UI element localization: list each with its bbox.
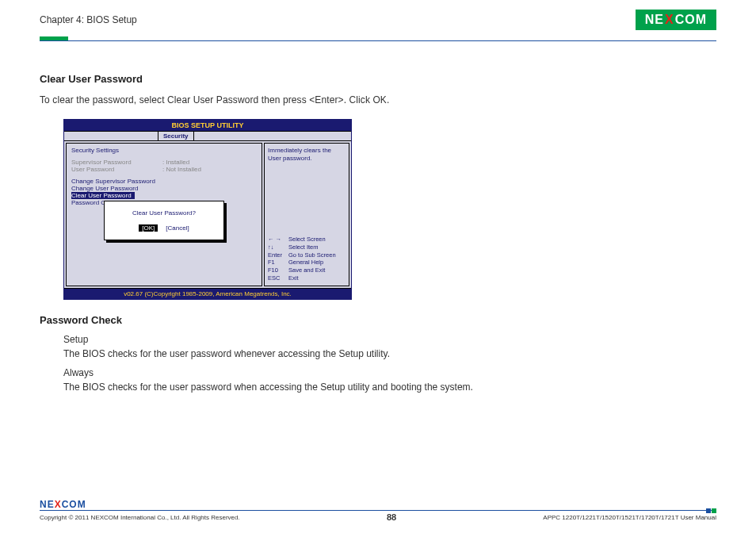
brand-pre-bottom: NE: [40, 499, 55, 510]
header-rule: [40, 36, 716, 41]
password-check-always-label: Always: [63, 367, 531, 378]
bios-section-label: Security Settings: [71, 147, 257, 154]
page-number: 88: [387, 512, 396, 522]
brand-x-icon-bottom: X: [55, 499, 62, 510]
nav-desc-exit: Exit: [288, 274, 299, 282]
bios-screenshot: BIOS SETUP UTILITY Security Security Set…: [63, 119, 352, 300]
footer-manual-ref: APPC 1220T/1221T/1520T/1521T/1720T/1721T…: [543, 514, 716, 521]
nav-desc-sub-screen: Go to Sub Screen: [288, 251, 336, 259]
bios-dialog-cancel-button[interactable]: [Cancel]: [166, 224, 189, 232]
nav-desc-select-item: Select Item: [288, 243, 319, 251]
nav-key-esc: ESC: [268, 274, 288, 282]
bios-left-pane: Security Settings Supervisor Password : …: [66, 143, 262, 286]
bios-tab-bar: Security: [64, 131, 351, 141]
bios-help-text: Immediately clears the User password.: [268, 147, 346, 163]
nav-desc-general-help: General Help: [288, 259, 323, 266]
bios-title: BIOS SETUP UTILITY: [64, 120, 351, 131]
user-value: : Not Installed: [162, 166, 201, 173]
bios-dialog-question: Clear User Password?: [108, 209, 220, 224]
user-label: User Password: [71, 166, 162, 173]
bios-row-supervisor: Supervisor Password : Installed: [71, 159, 257, 166]
nav-key-enter: Enter: [268, 251, 288, 259]
heading-clear-user-password: Clear User Password: [40, 73, 531, 85]
password-check-always-desc: The BIOS checks for the user password wh…: [63, 380, 531, 395]
bios-right-pane: Immediately clears the User password. ← …: [264, 143, 349, 286]
bios-item-change-user[interactable]: Change User Password: [71, 185, 257, 192]
heading-password-check: Password Check: [40, 314, 531, 326]
supervisor-label: Supervisor Password: [71, 159, 162, 166]
brand-logo-top: NEXCOM: [636, 10, 716, 30]
bios-row-user: User Password : Not Installed: [71, 166, 257, 173]
brand-post: COM: [675, 13, 707, 27]
bios-dialog-ok-button[interactable]: [OK]: [139, 224, 158, 232]
nav-key-lr: ← →: [268, 236, 288, 243]
footer-rule: [40, 510, 716, 511]
chapter-title: Chapter 4: BIOS Setup: [40, 14, 137, 25]
brand-post-bottom: COM: [62, 499, 86, 510]
nav-key-f10: F10: [268, 266, 288, 274]
brand-x-icon: X: [664, 13, 675, 27]
bios-footer-copyright: v02.67 (C)Copyright 1985-2009, American …: [64, 288, 351, 299]
supervisor-value: : Installed: [162, 159, 189, 166]
bios-tab-security[interactable]: Security: [158, 132, 194, 140]
brand-pre: NE: [645, 13, 664, 27]
bios-item-clear-user-selected[interactable]: Clear User Password: [71, 192, 135, 199]
nav-desc-save-exit: Save and Exit: [288, 266, 325, 274]
bios-nav-help: ← →Select Screen ↑↓Select Item EnterGo t…: [268, 236, 346, 282]
clear-user-password-description: To clear the password, select Clear User…: [40, 93, 531, 108]
bios-item-change-supervisor[interactable]: Change Supervisor Password: [71, 178, 257, 185]
footer-copyright: Copyright © 2011 NEXCOM International Co…: [40, 514, 240, 521]
nav-desc-select-screen: Select Screen: [288, 236, 326, 243]
nav-key-ud: ↑↓: [268, 243, 288, 251]
brand-logo-bottom: NEXCOM: [40, 499, 716, 510]
bios-dialog: Clear User Password? [OK] [Cancel]: [104, 201, 224, 240]
nav-key-f1: F1: [268, 259, 288, 266]
password-check-setup-label: Setup: [63, 334, 531, 345]
password-check-setup-desc: The BIOS checks for the user password wh…: [63, 347, 531, 362]
